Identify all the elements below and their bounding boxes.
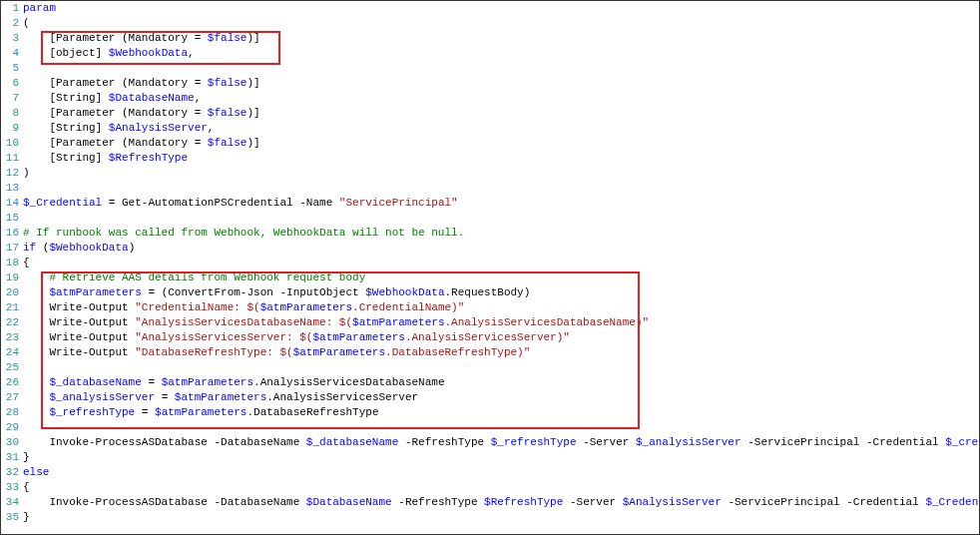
- token-var: $false: [208, 77, 247, 89]
- code-line: Write-Output "AnalysisServicesDatabaseNa…: [23, 315, 979, 330]
- token-plain: )]: [246, 77, 259, 89]
- code-line: [Parameter (Mandatory = $false)]: [23, 136, 979, 151]
- line-number: 16: [1, 226, 19, 241]
- token-kw: param: [23, 2, 56, 14]
- line-number: 11: [1, 151, 19, 166]
- code-line: {: [23, 256, 979, 270]
- token-plain: [String]: [23, 92, 109, 104]
- code-line: ): [23, 166, 979, 181]
- token-str: "ServicePrincipal": [339, 197, 458, 209]
- line-number: 34: [1, 495, 19, 510]
- line-number: 9: [1, 121, 19, 136]
- line-number: 15: [1, 211, 19, 226]
- code-line: # Retrieve AAS details from Webhook requ…: [23, 270, 979, 285]
- token-plain: [23, 391, 49, 403]
- token-var: $DatabaseName: [109, 92, 195, 104]
- code-line: # If runbook was called from Webhook, We…: [23, 226, 979, 241]
- code-content[interactable]: param( [Parameter (Mandatory = $false)] …: [23, 1, 979, 534]
- code-line: [String] $RefreshType: [23, 151, 979, 166]
- line-number: 4: [1, 46, 19, 61]
- token-plain: }: [23, 511, 30, 523]
- code-editor: 1234567891011121314151617181920212223242…: [1, 1, 979, 534]
- line-number: 30: [1, 435, 19, 450]
- token-var: $RefreshType: [484, 496, 563, 508]
- line-number: 12: [1, 166, 19, 181]
- token-plain: [Parameter (Mandatory =: [23, 77, 208, 89]
- line-number: 18: [1, 256, 19, 270]
- token-plain: Write-Output: [23, 301, 135, 313]
- token-kw: if: [23, 242, 36, 254]
- token-var: $atmParameters: [162, 376, 253, 388]
- code-line: [object] $WebhookData,: [23, 46, 979, 61]
- token-plain: -ServicePrincipal -Credential: [722, 496, 926, 508]
- token-str: "AnalysisServicesDatabaseName: $(: [135, 316, 352, 328]
- token-plain: .DatabaseRefreshType: [246, 406, 378, 418]
- line-number: 27: [1, 390, 19, 405]
- line-number: 19: [1, 270, 19, 285]
- code-line: param: [23, 1, 979, 16]
- line-number: 21: [1, 300, 19, 315]
- token-str: .CredentialName)": [352, 301, 464, 313]
- token-var: $_databaseName: [306, 436, 398, 448]
- token-str: "DatabaseRefreshType: $(: [135, 346, 292, 358]
- token-str: .AnalysisServicesServer)": [405, 331, 570, 343]
- token-plain: ): [23, 167, 30, 179]
- token-var: $WebhookData: [49, 242, 128, 254]
- line-number: 6: [1, 76, 19, 91]
- token-plain: .RequestBody): [444, 286, 530, 298]
- code-line: [23, 61, 979, 76]
- line-number: 20: [1, 285, 19, 300]
- token-var: $atmParameters: [293, 346, 385, 358]
- token-var: $_refreshType: [491, 436, 577, 448]
- code-line: [23, 211, 979, 226]
- token-plain: Invoke-ProcessASDatabase -DatabaseName: [23, 496, 306, 508]
- token-plain: [Parameter (Mandatory =: [23, 32, 208, 44]
- line-number: 22: [1, 315, 19, 330]
- token-plain: -RefreshType: [398, 436, 490, 448]
- token-plain: ,: [188, 47, 195, 59]
- token-var: $_credential: [945, 436, 979, 448]
- line-number: 28: [1, 405, 19, 420]
- token-cmt: # If runbook was called from Webhook, We…: [23, 227, 464, 239]
- code-line: [Parameter (Mandatory = $false)]: [23, 76, 979, 91]
- code-line: [String] $DatabaseName,: [23, 91, 979, 106]
- line-number: 23: [1, 330, 19, 345]
- code-line: else: [23, 465, 979, 480]
- token-plain: )]: [246, 32, 259, 44]
- token-cmt: # Retrieve AAS details from Webhook requ…: [49, 271, 365, 283]
- token-plain: [object]: [23, 47, 109, 59]
- code-line: [23, 360, 979, 375]
- token-plain: Write-Output: [23, 346, 135, 358]
- token-plain: ,: [208, 122, 215, 134]
- token-var: $atmParameters: [49, 286, 141, 298]
- token-var: $false: [208, 107, 247, 119]
- line-number: 26: [1, 375, 19, 390]
- token-plain: Write-Output: [23, 316, 135, 328]
- token-var: $AnalysisServer: [623, 496, 722, 508]
- line-number: 10: [1, 136, 19, 151]
- token-plain: = Get-AutomationPSCredential -Name: [102, 197, 339, 209]
- token-var: $false: [208, 137, 247, 149]
- token-plain: {: [23, 481, 30, 493]
- code-line: }: [23, 510, 979, 525]
- code-line: Invoke-ProcessASDatabase -DatabaseName $…: [23, 435, 979, 450]
- token-plain: .AnalysisServicesServer: [266, 391, 418, 403]
- token-var: $RefreshType: [109, 152, 188, 164]
- token-var: $atmParameters: [352, 316, 444, 328]
- token-str: .DatabaseRefreshType)": [385, 346, 530, 358]
- code-line: $atmParameters = (ConvertFrom-Json -Inpu…: [23, 285, 979, 300]
- line-number: 33: [1, 480, 19, 495]
- token-var: $atmParameters: [155, 406, 246, 418]
- token-plain: )]: [246, 137, 259, 149]
- token-str: "AnalysisServicesServer: $(: [135, 331, 312, 343]
- token-var: $_databaseName: [49, 376, 141, 388]
- token-var: $_analysisServer: [636, 436, 741, 448]
- code-line: if ($WebhookData): [23, 241, 979, 256]
- line-number: 25: [1, 360, 19, 375]
- code-line: Invoke-ProcessASDatabase -DatabaseName $…: [23, 495, 979, 510]
- token-plain: =: [155, 391, 175, 403]
- token-var: $_analysisServer: [49, 391, 155, 403]
- token-plain: [Parameter (Mandatory =: [23, 107, 208, 119]
- token-plain: .AnalysisServicesDatabaseName: [253, 376, 444, 388]
- code-line: $_refreshType = $atmParameters.DatabaseR…: [23, 405, 979, 420]
